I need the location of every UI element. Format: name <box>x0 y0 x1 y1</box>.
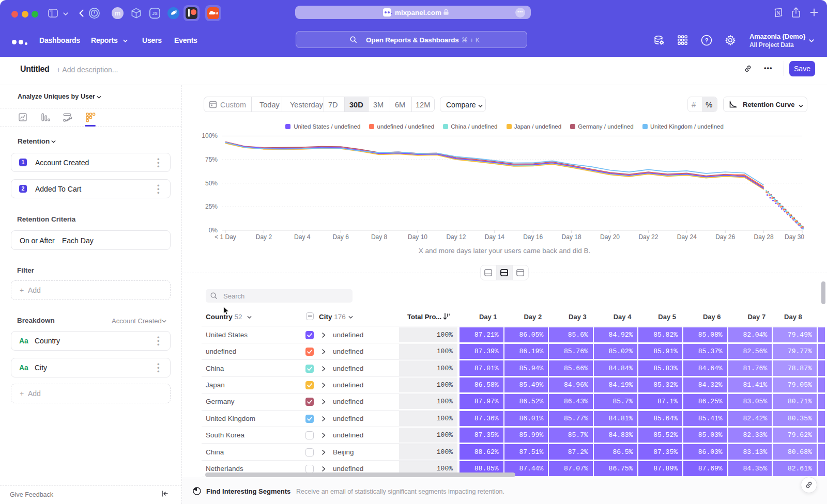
svg-text:Day 28: Day 28 <box>754 233 774 241</box>
svg-text:50%: 50% <box>205 180 218 187</box>
svg-text:75%: 75% <box>205 156 218 163</box>
svg-text:Day 24: Day 24 <box>677 233 697 241</box>
svg-text:0%: 0% <box>209 227 218 234</box>
svg-text:Day 6: Day 6 <box>333 233 349 241</box>
svg-text:Day 18: Day 18 <box>562 233 581 241</box>
svg-text:Day 12: Day 12 <box>446 233 466 241</box>
svg-text:Day 14: Day 14 <box>485 233 504 241</box>
svg-text:Day 2: Day 2 <box>256 233 272 241</box>
svg-text:Day 16: Day 16 <box>523 233 543 241</box>
svg-text:Day 22: Day 22 <box>638 233 658 241</box>
svg-text:Day 30: Day 30 <box>785 233 804 241</box>
svg-text:< 1 Day: < 1 Day <box>215 233 236 241</box>
svg-text:Day 8: Day 8 <box>371 233 388 241</box>
svg-text:100%: 100% <box>202 132 218 139</box>
svg-text:Day 20: Day 20 <box>600 233 620 241</box>
svg-text:Day 26: Day 26 <box>715 233 735 241</box>
svg-text:25%: 25% <box>205 203 218 210</box>
svg-text:Day 4: Day 4 <box>294 233 311 241</box>
svg-text:Day 10: Day 10 <box>408 233 427 241</box>
